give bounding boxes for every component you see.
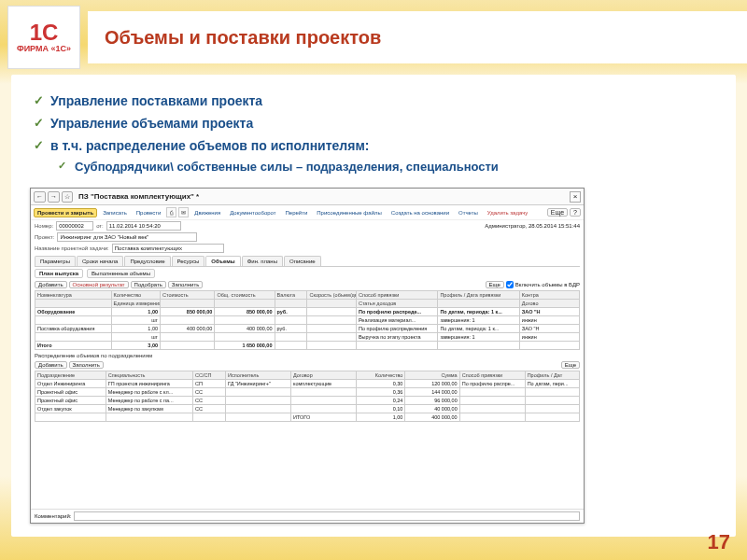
project-label: Проект:	[35, 234, 54, 240]
table-row[interactable]: Отдел ИнжинирингаГП проектов инжиниринга…	[35, 380, 580, 388]
toolbar-icon[interactable]: ✉	[178, 207, 189, 217]
add-row-button[interactable]: Добавить	[35, 361, 67, 369]
tab-finplans[interactable]: Фин. планы	[242, 256, 283, 266]
fill-button[interactable]: Заполнить	[69, 361, 104, 369]
slide-title: Объемы и поставки проектов	[88, 11, 747, 63]
table-header: Подразделение Специальность СС/СП Исполн…	[35, 371, 580, 380]
table-row[interactable]: Оборудование1,00850 000,00850 000,00руб.…	[35, 308, 580, 316]
table-row[interactable]: Проектный офисМенеджер по работе с па...…	[35, 397, 580, 405]
movements-button[interactable]: Движения	[190, 208, 224, 217]
main-tabs: Параметры Сроки начала Предусловие Ресур…	[35, 256, 580, 267]
reports-button[interactable]: Отчеты	[455, 208, 482, 217]
tab-resources[interactable]: Ресурсы	[172, 256, 205, 266]
logo-1c: 1C ФИРМА «1С»	[7, 6, 80, 69]
goto-button[interactable]: Перейти	[282, 208, 312, 217]
admin-info: Администратор, 28.05.2014 15:51:44	[485, 223, 580, 229]
bullet-item: в т.ч. распределение объемов по исполнит…	[30, 134, 717, 157]
save-button[interactable]: Записать	[99, 208, 131, 217]
table-row[interactable]: Поставка оборудования1,00400 000,00400 0…	[35, 325, 580, 333]
main-result-button[interactable]: Основной результат	[69, 281, 129, 288]
tab-precond[interactable]: Предусловие	[124, 256, 170, 266]
table-row[interactable]: Отдел закупокМенеджер по закупкамСС0,104…	[35, 405, 580, 413]
date-field[interactable]: 11.02.2014 10:54:20	[106, 221, 181, 231]
more-button[interactable]: Еще	[561, 361, 580, 369]
docflow-button[interactable]: Документооборот	[226, 208, 279, 217]
table-row[interactable]: штВыручка по этапу проектазавершения: 1и…	[35, 333, 580, 342]
date-label: от:	[96, 223, 104, 229]
comment-field[interactable]	[74, 511, 580, 521]
page-number: 17	[708, 530, 730, 554]
number-field[interactable]: 00000002	[56, 221, 93, 231]
window-title: ПЗ "Поставка комплектующих" *	[78, 192, 199, 201]
include-bdr-label: Включить объемы в БДР	[515, 282, 580, 287]
bullet-item: Управление поставками проекта	[30, 90, 717, 112]
nav-forward-button[interactable]: →	[48, 191, 60, 203]
slide-content: Управление поставками проекта Управление…	[11, 75, 736, 537]
table-row[interactable]: Итого3,001 650 000,00	[35, 342, 580, 350]
project-field[interactable]: Инжиниринг для ЗАО "Новый век"	[57, 232, 197, 242]
more-button[interactable]: Еще	[547, 208, 568, 217]
bullet-list: Управление поставками проекта Управление…	[30, 90, 717, 157]
sub-tabs: План выпуска Выполненные объемы	[31, 267, 584, 280]
subtab-done[interactable]: Выполненные объемы	[87, 269, 155, 278]
app-screenshot: ← → ☆ ПЗ "Поставка комплектующих" * × Пр…	[30, 188, 585, 524]
toolbar-icon[interactable]: ⎙	[166, 207, 176, 217]
post-button[interactable]: Провести	[133, 208, 165, 217]
include-bdr-checkbox[interactable]	[506, 281, 514, 288]
favorite-button[interactable]: ☆	[62, 191, 73, 203]
sub-bullet-item: Субподрядчики\ собственные силы – подраз…	[58, 157, 717, 176]
delete-task-button[interactable]: Удалить задачу	[484, 208, 532, 217]
distribution-table[interactable]: Подразделение Специальность СС/СП Исполн…	[35, 371, 580, 422]
more-button[interactable]: Еще	[486, 281, 504, 288]
sub-bullet-list: Субподрядчики\ собственные силы – подраз…	[30, 157, 717, 176]
number-label: Номер:	[35, 223, 53, 229]
table-header: Номенклатура Количество Стоимость Общ. с…	[35, 291, 580, 300]
tab-desc[interactable]: Описание	[284, 256, 321, 266]
window-toolbar: ← → ☆ ПЗ "Поставка комплектующих" * ×	[31, 189, 584, 205]
table-subheader: Единица измерения Статья доходов Догово	[35, 300, 580, 308]
task-name-label: Название проектной задачи:	[35, 245, 109, 251]
tab-params[interactable]: Параметры	[35, 256, 76, 266]
close-button[interactable]: ×	[570, 191, 581, 203]
distribution-title: Распределение объемов по подразделениям	[31, 351, 584, 360]
logo-small: ФИРМА «1С»	[17, 44, 71, 53]
post-and-close-button[interactable]: Провести и закрыть	[34, 208, 97, 217]
fill-button[interactable]: Заполнить	[168, 281, 203, 288]
table-row[interactable]: Проектный офисМенеджер по работе с кл...…	[35, 388, 580, 397]
tab-volumes[interactable]: Объемы	[205, 256, 241, 266]
logo-big: 1C	[30, 21, 59, 44]
bullet-item: Управление объемами проекта	[30, 112, 717, 134]
nav-back-button[interactable]: ←	[34, 191, 46, 203]
volumes-table[interactable]: Номенклатура Количество Стоимость Общ. с…	[35, 290, 580, 350]
help-button[interactable]: ?	[570, 208, 581, 217]
comment-label: Комментарий:	[35, 513, 71, 519]
task-name-field[interactable]: Поставка комплектующих	[112, 244, 224, 253]
subtab-plan[interactable]: План выпуска	[35, 269, 83, 278]
table-row[interactable]: ИТОГО1,00400 000,00	[35, 413, 580, 422]
add-row-button[interactable]: Добавить	[35, 281, 67, 288]
table-row[interactable]: штРеализация материал...завершения: 1инж…	[35, 316, 580, 325]
create-based-button[interactable]: Создать на основании	[388, 208, 453, 217]
pick-button[interactable]: Подобрать	[131, 281, 166, 288]
action-bar: Провести и закрыть Записать Провести ⎙ ✉…	[31, 205, 584, 220]
attachments-button[interactable]: Присоединенные файлы	[313, 208, 386, 217]
tab-dates[interactable]: Сроки начала	[77, 256, 123, 266]
